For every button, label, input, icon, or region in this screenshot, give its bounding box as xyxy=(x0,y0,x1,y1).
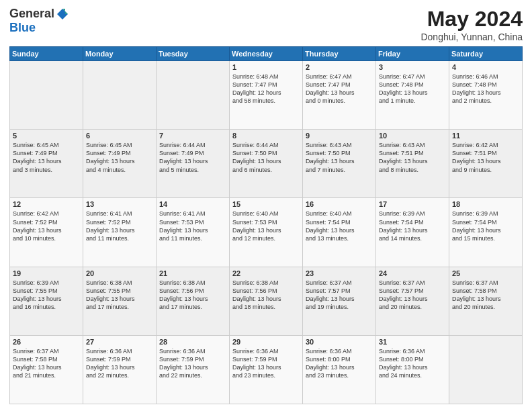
day-content: Sunrise: 6:43 AM Sunset: 7:51 PM Dayligh… xyxy=(379,141,446,174)
calendar-cell: 31Sunrise: 6:36 AM Sunset: 8:00 PM Dayli… xyxy=(376,335,449,404)
day-content: Sunrise: 6:37 AM Sunset: 7:58 PM Dayligh… xyxy=(452,279,519,312)
calendar-cell: 7Sunrise: 6:44 AM Sunset: 7:49 PM Daylig… xyxy=(157,130,230,198)
logo-blue-text: Blue xyxy=(9,21,36,35)
day-content: Sunrise: 6:43 AM Sunset: 7:50 PM Dayligh… xyxy=(306,141,373,174)
calendar-cell: 11Sunrise: 6:42 AM Sunset: 7:51 PM Dayli… xyxy=(449,130,523,198)
page: General Blue May 2024 Donghui, Yunnan, C… xyxy=(0,0,532,411)
calendar-cell: 1Sunrise: 6:48 AM Sunset: 7:47 PM Daylig… xyxy=(230,61,303,130)
week-row-1: 5Sunrise: 6:45 AM Sunset: 7:49 PM Daylig… xyxy=(10,130,523,198)
weekday-header-monday: Monday xyxy=(83,47,157,61)
week-row-2: 12Sunrise: 6:42 AM Sunset: 7:52 PM Dayli… xyxy=(10,198,523,267)
calendar-cell: 22Sunrise: 6:38 AM Sunset: 7:56 PM Dayli… xyxy=(230,267,303,335)
month-title: May 2024 xyxy=(420,7,523,32)
calendar-cell xyxy=(83,61,157,130)
calendar-cell: 5Sunrise: 6:45 AM Sunset: 7:49 PM Daylig… xyxy=(10,130,83,198)
weekday-header-sunday: Sunday xyxy=(10,47,83,61)
calendar-cell: 20Sunrise: 6:38 AM Sunset: 7:55 PM Dayli… xyxy=(83,267,157,335)
day-number: 4 xyxy=(452,63,519,71)
day-content: Sunrise: 6:38 AM Sunset: 7:56 PM Dayligh… xyxy=(232,279,300,312)
day-content: Sunrise: 6:40 AM Sunset: 7:53 PM Dayligh… xyxy=(232,210,300,242)
calendar-cell: 24Sunrise: 6:37 AM Sunset: 7:57 PM Dayli… xyxy=(376,267,449,335)
day-number: 7 xyxy=(159,132,226,140)
calendar-cell: 13Sunrise: 6:41 AM Sunset: 7:52 PM Dayli… xyxy=(83,198,157,267)
day-number: 12 xyxy=(13,200,80,208)
day-content: Sunrise: 6:44 AM Sunset: 7:50 PM Dayligh… xyxy=(232,141,300,174)
day-number: 10 xyxy=(379,132,446,140)
day-content: Sunrise: 6:39 AM Sunset: 7:55 PM Dayligh… xyxy=(13,279,80,312)
day-number: 26 xyxy=(13,338,80,346)
day-content: Sunrise: 6:45 AM Sunset: 7:49 PM Dayligh… xyxy=(13,141,80,174)
day-number: 17 xyxy=(379,200,446,208)
weekday-header-wednesday: Wednesday xyxy=(230,47,303,61)
calendar-cell: 30Sunrise: 6:36 AM Sunset: 8:00 PM Dayli… xyxy=(303,335,376,404)
calendar-cell: 28Sunrise: 6:36 AM Sunset: 7:59 PM Dayli… xyxy=(157,335,230,404)
title-block: May 2024 Donghui, Yunnan, China xyxy=(420,7,523,42)
day-content: Sunrise: 6:42 AM Sunset: 7:51 PM Dayligh… xyxy=(452,141,519,174)
calendar-cell: 26Sunrise: 6:37 AM Sunset: 7:58 PM Dayli… xyxy=(10,335,83,404)
day-number: 6 xyxy=(86,132,153,140)
weekday-header-row: SundayMondayTuesdayWednesdayThursdayFrid… xyxy=(10,47,523,61)
day-number: 2 xyxy=(306,63,373,71)
day-number: 31 xyxy=(379,338,446,346)
day-number: 28 xyxy=(159,338,226,346)
calendar-cell: 19Sunrise: 6:39 AM Sunset: 7:55 PM Dayli… xyxy=(10,267,83,335)
day-content: Sunrise: 6:37 AM Sunset: 7:57 PM Dayligh… xyxy=(379,279,446,312)
day-number: 13 xyxy=(86,200,153,208)
calendar-cell: 18Sunrise: 6:39 AM Sunset: 7:54 PM Dayli… xyxy=(449,198,523,267)
day-number: 18 xyxy=(452,200,519,208)
calendar-cell xyxy=(449,335,523,404)
day-content: Sunrise: 6:36 AM Sunset: 7:59 PM Dayligh… xyxy=(159,347,226,380)
day-content: Sunrise: 6:36 AM Sunset: 7:59 PM Dayligh… xyxy=(232,347,300,380)
day-number: 9 xyxy=(306,132,373,140)
day-content: Sunrise: 6:47 AM Sunset: 7:48 PM Dayligh… xyxy=(379,73,446,105)
calendar-cell: 21Sunrise: 6:38 AM Sunset: 7:56 PM Dayli… xyxy=(157,267,230,335)
weekday-header-friday: Friday xyxy=(376,47,449,61)
calendar-cell: 23Sunrise: 6:37 AM Sunset: 7:57 PM Dayli… xyxy=(303,267,376,335)
day-number: 15 xyxy=(232,200,300,208)
day-content: Sunrise: 6:46 AM Sunset: 7:48 PM Dayligh… xyxy=(452,73,519,105)
weekday-header-tuesday: Tuesday xyxy=(157,47,230,61)
day-content: Sunrise: 6:40 AM Sunset: 7:54 PM Dayligh… xyxy=(306,210,373,242)
location-text: Donghui, Yunnan, China xyxy=(420,32,523,42)
day-content: Sunrise: 6:45 AM Sunset: 7:49 PM Dayligh… xyxy=(86,141,153,174)
day-number: 3 xyxy=(379,63,446,71)
logo-icon xyxy=(56,7,69,21)
day-content: Sunrise: 6:42 AM Sunset: 7:52 PM Dayligh… xyxy=(13,210,80,242)
calendar-cell: 29Sunrise: 6:36 AM Sunset: 7:59 PM Dayli… xyxy=(230,335,303,404)
calendar-cell: 4Sunrise: 6:46 AM Sunset: 7:48 PM Daylig… xyxy=(449,61,523,130)
day-content: Sunrise: 6:41 AM Sunset: 7:53 PM Dayligh… xyxy=(159,210,226,242)
day-number: 8 xyxy=(232,132,300,140)
week-row-3: 19Sunrise: 6:39 AM Sunset: 7:55 PM Dayli… xyxy=(10,267,523,335)
calendar-cell: 3Sunrise: 6:47 AM Sunset: 7:48 PM Daylig… xyxy=(376,61,449,130)
day-content: Sunrise: 6:48 AM Sunset: 7:47 PM Dayligh… xyxy=(232,73,300,105)
day-content: Sunrise: 6:36 AM Sunset: 7:59 PM Dayligh… xyxy=(86,347,153,380)
calendar-cell: 6Sunrise: 6:45 AM Sunset: 7:49 PM Daylig… xyxy=(83,130,157,198)
calendar-cell: 8Sunrise: 6:44 AM Sunset: 7:50 PM Daylig… xyxy=(230,130,303,198)
day-number: 20 xyxy=(86,269,153,277)
calendar-cell: 9Sunrise: 6:43 AM Sunset: 7:50 PM Daylig… xyxy=(303,130,376,198)
day-content: Sunrise: 6:36 AM Sunset: 8:00 PM Dayligh… xyxy=(379,347,446,380)
day-number: 24 xyxy=(379,269,446,277)
day-content: Sunrise: 6:37 AM Sunset: 7:57 PM Dayligh… xyxy=(306,279,373,312)
day-number: 29 xyxy=(232,338,300,346)
calendar-cell: 27Sunrise: 6:36 AM Sunset: 7:59 PM Dayli… xyxy=(83,335,157,404)
calendar-cell: 10Sunrise: 6:43 AM Sunset: 7:51 PM Dayli… xyxy=(376,130,449,198)
day-number: 22 xyxy=(232,269,300,277)
day-content: Sunrise: 6:39 AM Sunset: 7:54 PM Dayligh… xyxy=(379,210,446,242)
calendar-table: SundayMondayTuesdayWednesdayThursdayFrid… xyxy=(9,46,523,404)
day-content: Sunrise: 6:36 AM Sunset: 8:00 PM Dayligh… xyxy=(306,347,373,380)
day-number: 19 xyxy=(13,269,80,277)
day-number: 21 xyxy=(159,269,226,277)
calendar-cell xyxy=(10,61,83,130)
day-content: Sunrise: 6:37 AM Sunset: 7:58 PM Dayligh… xyxy=(13,347,80,380)
weekday-header-saturday: Saturday xyxy=(449,47,523,61)
calendar-cell: 15Sunrise: 6:40 AM Sunset: 7:53 PM Dayli… xyxy=(230,198,303,267)
day-number: 27 xyxy=(86,338,153,346)
day-number: 5 xyxy=(13,132,80,140)
day-number: 30 xyxy=(306,338,373,346)
week-row-4: 26Sunrise: 6:37 AM Sunset: 7:58 PM Dayli… xyxy=(10,335,523,404)
weekday-header-thursday: Thursday xyxy=(303,47,376,61)
calendar-cell xyxy=(157,61,230,130)
calendar-cell: 16Sunrise: 6:40 AM Sunset: 7:54 PM Dayli… xyxy=(303,198,376,267)
calendar-cell: 2Sunrise: 6:47 AM Sunset: 7:47 PM Daylig… xyxy=(303,61,376,130)
